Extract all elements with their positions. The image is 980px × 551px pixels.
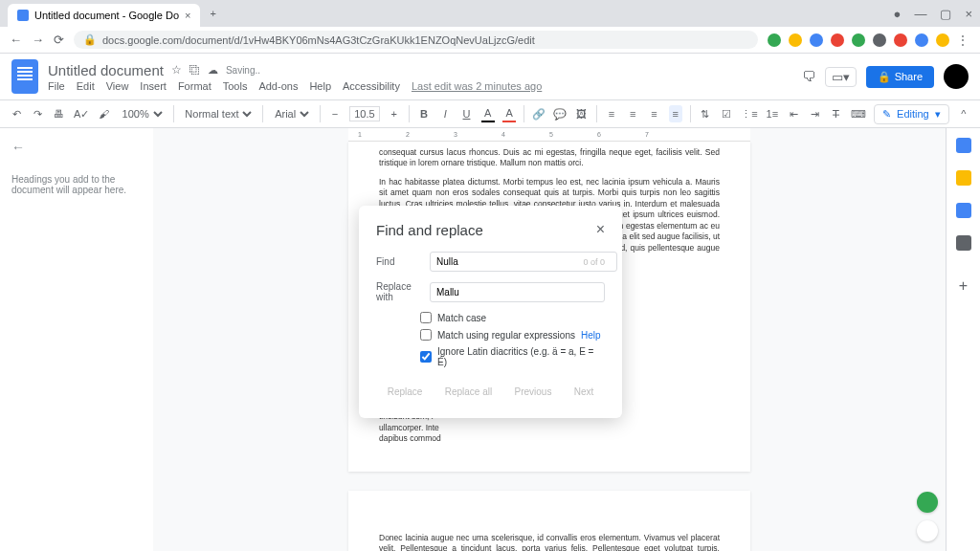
- reload-icon[interactable]: ⟳: [54, 33, 64, 47]
- italic-icon[interactable]: I: [438, 105, 452, 122]
- number-list-icon[interactable]: 1≡: [766, 105, 779, 122]
- align-right-icon[interactable]: ≡: [647, 105, 660, 122]
- outline-collapse-icon[interactable]: ←: [11, 140, 25, 155]
- ext-icon[interactable]: [768, 33, 781, 47]
- last-edit[interactable]: Last edit was 2 minutes ago: [412, 80, 542, 92]
- image-icon[interactable]: 🖼: [575, 105, 589, 122]
- next-button[interactable]: Next: [567, 381, 602, 403]
- find-input[interactable]: [430, 252, 617, 272]
- close-tab-icon[interactable]: ×: [185, 10, 190, 21]
- forward-icon[interactable]: →: [32, 33, 44, 47]
- browser-tab-bar: Untitled document - Google Do × + ● — ▢ …: [0, 0, 980, 27]
- calendar-icon[interactable]: [956, 138, 971, 153]
- replace-all-button[interactable]: Replace all: [437, 381, 500, 403]
- comment-icon[interactable]: 💬: [553, 105, 567, 122]
- clear-format-icon[interactable]: T̶: [830, 105, 843, 122]
- chat-fab[interactable]: [917, 520, 938, 541]
- text-color-icon[interactable]: A: [481, 105, 495, 122]
- indent-more-icon[interactable]: ⇥: [808, 105, 821, 122]
- font-size-plus[interactable]: +: [388, 105, 401, 122]
- explore-fab[interactable]: [917, 492, 938, 513]
- url-input[interactable]: 🔒 docs.google.com/document/d/1vHw4BKY06m…: [74, 31, 758, 49]
- spellcheck-icon[interactable]: A✓: [74, 105, 89, 122]
- avatar[interactable]: [944, 64, 969, 89]
- ext-icon[interactable]: [915, 33, 928, 47]
- regex-help-link[interactable]: Help: [581, 330, 601, 341]
- checklist-icon[interactable]: ☑: [720, 105, 733, 122]
- browser-tab[interactable]: Untitled document - Google Do ×: [8, 4, 200, 27]
- align-center-icon[interactable]: ≡: [626, 105, 639, 122]
- underline-icon[interactable]: U: [459, 105, 473, 122]
- new-tab-icon[interactable]: +: [210, 8, 215, 19]
- minimize-icon[interactable]: —: [914, 7, 926, 21]
- editing-label: Editing: [897, 108, 929, 120]
- diacritics-label: Ignore Latin diacritics (e.g. ä = a, E =…: [437, 346, 605, 367]
- replace-button[interactable]: Replace: [380, 381, 431, 403]
- match-case-checkbox[interactable]: [420, 312, 432, 323]
- font-size[interactable]: 10.5: [349, 106, 379, 121]
- bullet-list-icon[interactable]: ⋮≡: [741, 105, 757, 122]
- menu-addons[interactable]: Add-ons: [258, 80, 298, 92]
- ext-icon[interactable]: [831, 33, 844, 47]
- side-panel: +: [946, 128, 980, 551]
- contacts-icon[interactable]: [956, 235, 971, 251]
- menu-edit[interactable]: Edit: [77, 80, 95, 92]
- back-icon[interactable]: ←: [10, 33, 22, 47]
- menu-help[interactable]: Help: [309, 80, 331, 92]
- keep-icon[interactable]: [956, 170, 971, 186]
- ext-icon[interactable]: [936, 33, 949, 47]
- comment-history-icon[interactable]: 🗨: [802, 69, 815, 84]
- close-window-icon[interactable]: ×: [965, 7, 972, 21]
- style-select[interactable]: Normal text: [181, 107, 255, 121]
- star-icon[interactable]: ☆: [171, 63, 182, 77]
- menu-tools[interactable]: Tools: [223, 80, 248, 92]
- menu-view[interactable]: View: [106, 80, 129, 92]
- ext-icon[interactable]: [810, 33, 823, 47]
- menu-format[interactable]: Format: [178, 80, 212, 92]
- tab-title: Untitled document - Google Do: [34, 10, 179, 21]
- move-icon[interactable]: ⿻: [189, 64, 200, 76]
- close-icon[interactable]: ×: [596, 221, 605, 238]
- zoom-select[interactable]: 100%: [119, 107, 166, 121]
- ext-icon[interactable]: [789, 33, 802, 47]
- ruler[interactable]: 1 2 3 4 5 6 7: [348, 128, 750, 142]
- previous-button[interactable]: Previous: [507, 381, 560, 403]
- menu-insert[interactable]: Insert: [140, 80, 167, 92]
- align-left-icon[interactable]: ≡: [605, 105, 618, 122]
- mode-select[interactable]: ✎ Editing ▾: [874, 104, 949, 124]
- lock-icon: 🔒: [878, 71, 891, 83]
- paint-format-icon[interactable]: 🖌: [97, 105, 110, 122]
- highlight-icon[interactable]: A: [502, 105, 516, 122]
- add-addon-icon[interactable]: +: [959, 277, 968, 295]
- menu-icon[interactable]: ⋮: [957, 33, 970, 47]
- font-select[interactable]: Arial: [271, 107, 312, 121]
- link-icon[interactable]: 🔗: [532, 105, 546, 122]
- document-title[interactable]: Untitled document: [48, 62, 164, 78]
- collapse-toolbar-icon[interactable]: ^: [957, 105, 970, 122]
- ext-icon[interactable]: [894, 33, 907, 47]
- ext-icon[interactable]: [873, 33, 886, 47]
- bold-icon[interactable]: B: [417, 105, 431, 122]
- docs-logo-icon[interactable]: [11, 59, 38, 94]
- print-icon[interactable]: 🖶: [53, 105, 66, 122]
- diacritics-checkbox[interactable]: [420, 351, 432, 363]
- page[interactable]: Donec lacinia augue nec urna scelerisque…: [348, 491, 750, 551]
- input-tools-icon[interactable]: ⌨: [851, 105, 866, 122]
- regex-checkbox[interactable]: [420, 329, 432, 341]
- indent-less-icon[interactable]: ⇤: [787, 105, 800, 122]
- font-size-minus[interactable]: −: [328, 105, 342, 122]
- account-icon[interactable]: ●: [894, 7, 902, 21]
- align-justify-icon[interactable]: ≡: [669, 105, 682, 122]
- toolbar: ↶ ↷ 🖶 A✓ 🖌 100% Normal text Arial − 10.5…: [0, 99, 980, 128]
- menu-accessibility[interactable]: Accessibility: [343, 80, 400, 92]
- present-icon[interactable]: ▭▾: [825, 67, 857, 87]
- share-button[interactable]: 🔒 Share: [866, 66, 934, 88]
- maximize-icon[interactable]: ▢: [940, 7, 951, 21]
- menu-file[interactable]: File: [48, 80, 65, 92]
- ext-icon[interactable]: [852, 33, 865, 47]
- line-spacing-icon[interactable]: ⇅: [699, 105, 712, 122]
- redo-icon[interactable]: ↷: [31, 105, 44, 122]
- replace-input[interactable]: [430, 282, 605, 302]
- undo-icon[interactable]: ↶: [10, 105, 23, 122]
- tasks-icon[interactable]: [956, 203, 971, 218]
